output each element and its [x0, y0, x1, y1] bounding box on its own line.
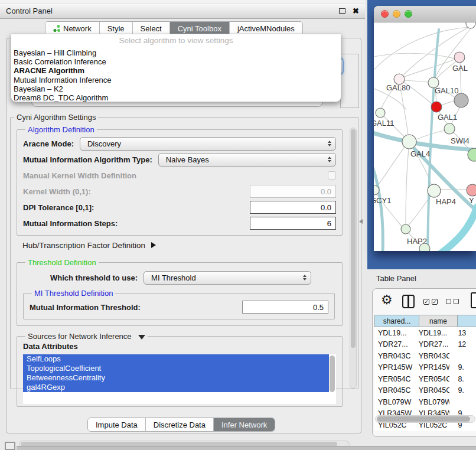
table-row[interactable]: YBR045CYBR045C9. [374, 385, 476, 397]
network-node-label: GCY1 [374, 196, 391, 205]
gear-icon[interactable]: ⚙ [381, 294, 393, 306]
network-edge[interactable] [442, 101, 454, 105]
zoom-window-icon[interactable] [405, 10, 412, 18]
table-cell: YER054C [374, 375, 415, 383]
network-canvas[interactable]: GALGAL80GAL10GAL1GAL11SWI4GAL4GCY1HAP4YH… [374, 22, 476, 251]
close-window-icon[interactable] [381, 10, 389, 18]
which-threshold-select[interactable]: MI Threshold [144, 271, 311, 285]
tab-jactivemnodules[interactable]: jActiveMNodules [230, 22, 302, 35]
network-node-gal11[interactable] [376, 108, 385, 118]
network-edge[interactable] [428, 30, 439, 251]
table-row[interactable]: YPR145WYPR145W9. [374, 362, 476, 374]
network-edge[interactable] [405, 80, 428, 82]
float-panel-icon[interactable] [339, 8, 345, 14]
table-cell: YDL19... [415, 329, 450, 337]
table-horizontal-scrollbar[interactable] [375, 415, 475, 423]
dpi-tolerance-label: DPI Tolerance [0,1]: [23, 203, 94, 212]
table-cell: YER054C [415, 375, 450, 383]
splitter-collapse-arrow[interactable] [359, 219, 363, 224]
table-row[interactable]: YER054CYER054C8. [374, 373, 476, 385]
algorithm-option[interactable]: Bayesian – Hill Climbing [11, 48, 341, 57]
tab-style[interactable]: Style [100, 22, 133, 35]
algorithm-option[interactable]: Basic Correlation Inference [11, 57, 341, 66]
network-node-gal1[interactable] [431, 102, 442, 112]
network-edge[interactable] [374, 53, 454, 58]
chevron-down-icon[interactable] [138, 335, 145, 340]
table-cell: 8. [449, 375, 476, 383]
dpi-tolerance-input[interactable]: 0.0 [250, 201, 336, 214]
network-window-titlebar[interactable] [374, 6, 476, 22]
network-edge[interactable] [405, 60, 454, 77]
algorithm-option[interactable]: Bayesian – K2 [11, 84, 341, 93]
app-root: Control Panel ✖ NetworkStyleSelectCyni T… [0, 0, 476, 450]
tab-network[interactable]: Network [45, 22, 100, 35]
spinner-arrows-icon [303, 272, 307, 284]
close-panel-icon[interactable]: ✖ [353, 7, 359, 15]
tab-label: Network [63, 24, 92, 33]
tab-cyni-toolbox[interactable]: Cyni Toolbox [170, 22, 230, 35]
network-edge[interactable] [406, 149, 409, 224]
mi-threshold-input[interactable]: 0.5 [242, 301, 328, 314]
network-node-y[interactable] [467, 184, 476, 196]
network-edge[interactable] [409, 197, 430, 225]
network-edge[interactable] [440, 207, 476, 251]
attribute-list-item[interactable]: BetweennessCentrality [23, 373, 329, 383]
column-header[interactable]: shared... [374, 315, 419, 327]
network-node-gal[interactable] [454, 52, 465, 63]
table-row[interactable]: YDR27...YDR27...12 [374, 339, 476, 351]
network-node-swi4[interactable] [444, 123, 455, 134]
network-node-label: GAL [452, 64, 468, 73]
table-cell: YBL079W [415, 398, 450, 406]
algorithm-option[interactable]: Dream8 DC_TDC Algorithm [11, 93, 341, 102]
attribute-list-item[interactable]: gal4RGexp [23, 383, 329, 392]
column-header[interactable]: name [419, 315, 458, 327]
network-node[interactable] [454, 93, 468, 107]
aracne-mode-select[interactable]: Discovery [80, 137, 336, 151]
tab-select[interactable]: Select [133, 22, 170, 35]
manual-kernel-checkbox[interactable] [328, 171, 336, 180]
cyni-algorithm-settings-title: Cyni Algorithm Settings [14, 113, 98, 122]
bottom-panel-edge [17, 446, 476, 450]
columns-icon[interactable] [402, 295, 415, 308]
algorithm-option[interactable]: ARACNE Algorithm [11, 66, 341, 75]
network-icon [53, 25, 60, 32]
settings-vertical-scrollbar[interactable] [350, 128, 357, 389]
tab-label: Cyni Toolbox [178, 24, 221, 33]
hide-columns-icon[interactable] [446, 299, 459, 304]
table-panel: ⚙ ✓✓ shared...name YDL19...YDL19...13YDR… [372, 288, 476, 437]
table-row[interactable]: YBR043CYBR043C [374, 350, 476, 362]
control-panel-titlebar: Control Panel ✖ [0, 4, 365, 19]
network-node-label: GAL11 [374, 119, 395, 128]
minimize-window-icon[interactable] [393, 10, 400, 18]
algorithm-dropdown-placeholder: Select algorithm to view settings [11, 34, 341, 48]
show-checked-columns-icon[interactable]: ✓✓ [423, 299, 438, 305]
network-node-hap4[interactable] [428, 184, 441, 197]
tab-impute-data[interactable]: Impute Data [88, 418, 146, 431]
attribute-list-item[interactable]: TopologicalCoefficient [23, 364, 329, 373]
sources-group: Sources for Network Inference Data Attri… [17, 332, 343, 407]
data-attributes-label: Data Attributes [23, 342, 337, 351]
collapsed-panel-icon[interactable] [5, 442, 15, 450]
spinner-arrows-icon [328, 138, 331, 150]
column-header[interactable] [458, 315, 476, 327]
kernel-width-input[interactable]: 0.0 [250, 185, 336, 198]
mi-steps-input[interactable]: 6 [250, 217, 336, 230]
network-node-gal4[interactable] [402, 135, 416, 149]
attribute-list-item[interactable]: SelfLoops [23, 354, 329, 364]
algorithm-option[interactable]: Mutual Information Inference [11, 76, 341, 84]
tab-infer-network[interactable]: Infer Network [214, 418, 275, 431]
list-scrollbar[interactable] [330, 356, 335, 392]
table-cell: 12 [449, 340, 476, 348]
network-node-hap2[interactable] [401, 224, 410, 234]
tab-discretize-data[interactable]: Discretize Data [146, 418, 214, 431]
table-cell: YBR043C [374, 352, 415, 360]
table-row[interactable]: YDL19...YDL19...13 [374, 327, 476, 339]
network-node-label: GAL10 [435, 86, 458, 95]
mi-type-select[interactable]: Naive Bayes [158, 153, 336, 167]
hub-factor-expander[interactable]: Hub/Transcription Factor Definition [22, 238, 358, 252]
new-table-icon[interactable] [471, 292, 476, 308]
network-node-label: HAP4 [436, 197, 456, 206]
network-node[interactable] [419, 243, 430, 251]
network-edge[interactable] [377, 148, 404, 186]
table-row[interactable]: YBL079WYBL079W [374, 396, 476, 408]
